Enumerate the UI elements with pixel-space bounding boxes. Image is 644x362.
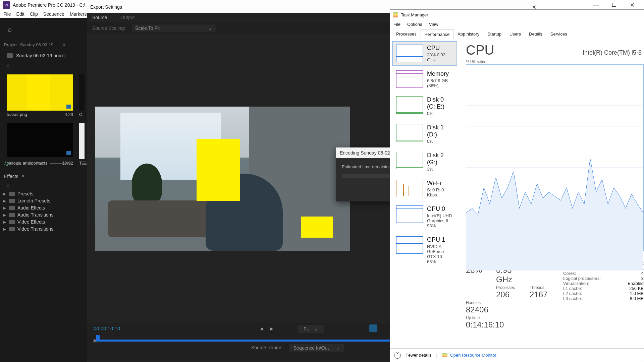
project-panel-label[interactable]: Project: Sunday 06-02-19 bbox=[4, 42, 53, 47]
sparkline-disk1 bbox=[396, 124, 423, 141]
panel-menu-icon[interactable]: ≡ bbox=[63, 42, 65, 47]
sidebar-item-gpu0[interactable]: GPU 0Intel(R) UHD Graphics 6 93% bbox=[392, 202, 457, 232]
tm-footer: ˄ Fewer details | Open Resource Monitor bbox=[390, 348, 644, 362]
home-icon[interactable]: ⌂ bbox=[8, 26, 12, 33]
panel-menu-icon[interactable]: ≡ bbox=[22, 174, 24, 179]
sidebar-item-cpu[interactable]: CPU28% 0.93 GHz bbox=[392, 41, 457, 66]
sidebar-item-disk0[interactable]: Disk 0 (C: E:)0% bbox=[392, 93, 457, 119]
step-back-icon[interactable]: ◀ bbox=[260, 326, 263, 331]
sparkline-disk2 bbox=[396, 152, 423, 169]
freeform-view-icon[interactable] bbox=[39, 162, 42, 165]
project-file-row[interactable]: Sunday 06-02-19.prproj bbox=[7, 53, 65, 58]
tm-menu-options[interactable]: Options bbox=[407, 22, 422, 27]
tab-details[interactable]: Details bbox=[525, 29, 546, 39]
menu-edit[interactable]: Edit bbox=[16, 11, 24, 17]
sparkline-disk0 bbox=[396, 96, 423, 114]
cpu-stats-grid: Utilization28% Speed0.93 GHz Base speed:… bbox=[466, 261, 644, 329]
source-range-dropdown[interactable]: Sequence In/Out⌄ bbox=[289, 344, 344, 352]
perf-title: CPU bbox=[466, 43, 494, 58]
tab-source[interactable]: Source bbox=[92, 15, 107, 20]
sidebar-item-gpu1[interactable]: GPU 1NVIDIA GeForce GTX 10 63% bbox=[392, 233, 457, 267]
close-button[interactable]: ✕ bbox=[629, 2, 636, 9]
menu-markers[interactable]: Markers bbox=[70, 11, 87, 17]
aspect-overlay-button[interactable] bbox=[369, 324, 377, 332]
list-view-icon[interactable] bbox=[16, 162, 21, 165]
menu-sequence[interactable]: Sequence bbox=[43, 11, 64, 17]
premiere-menu-bar: File Edit Clip Sequence Markers bbox=[0, 10, 87, 18]
bin-icon bbox=[7, 53, 13, 58]
still-image-icon bbox=[66, 105, 71, 109]
sidebar-item-wifi[interactable]: Wi-FiS: 0 R: 0 Kbps bbox=[392, 176, 457, 201]
effects-item-lumetri[interactable]: ▶Lumetri Presets bbox=[3, 198, 53, 203]
fewer-details-link[interactable]: Fewer details bbox=[406, 353, 431, 358]
tm-main-panel: CPU Intel(R) Core(TM) i5-8 % Utilization bbox=[459, 39, 644, 348]
tab-startup[interactable]: Startup bbox=[483, 29, 505, 39]
sparkline-wifi bbox=[396, 180, 423, 197]
in-point-handle[interactable] bbox=[94, 339, 96, 343]
thumb-teaser-label: teaser.png bbox=[7, 112, 27, 117]
task-manager-window: Task Manager File Options View Processes… bbox=[390, 9, 644, 362]
cpu-spec-row: Virtualization:Enabled bbox=[563, 281, 644, 286]
zoom-slider[interactable] bbox=[50, 163, 70, 164]
tab-performance[interactable]: Performance bbox=[421, 29, 453, 39]
stat-threads: 2167 bbox=[530, 290, 563, 299]
stat-uptime: 0:14:16:10 bbox=[466, 320, 530, 329]
effects-item-videofx[interactable]: ▶Video Effects bbox=[3, 219, 53, 225]
effects-panel-label[interactable]: Effects ≡ bbox=[4, 174, 24, 179]
tab-processes[interactable]: Processes bbox=[392, 29, 421, 39]
menu-file[interactable]: File bbox=[3, 11, 11, 17]
new-item-icon[interactable] bbox=[4, 161, 9, 166]
thumbnail-truncated-1[interactable] bbox=[79, 74, 85, 111]
cpu-spec-row: L1 cache:256 KB bbox=[563, 286, 644, 291]
menu-clip[interactable]: Clip bbox=[30, 11, 38, 17]
zoom-fit-dropdown[interactable]: Fit⌄ bbox=[298, 325, 324, 333]
tab-users[interactable]: Users bbox=[505, 29, 525, 39]
tab-app-history[interactable]: App history bbox=[453, 29, 483, 39]
effects-search[interactable]: ⌕ bbox=[7, 183, 9, 188]
thumbnail-callouts[interactable] bbox=[7, 123, 73, 157]
thumb-teaser-dur: 4:23 bbox=[65, 112, 73, 117]
tm-title-text: Task Manager bbox=[401, 12, 428, 17]
effects-item-presets[interactable]: ▶Presets bbox=[3, 191, 53, 196]
thumbnail-truncated-2[interactable] bbox=[79, 123, 85, 159]
chevron-down-icon: ⌄ bbox=[336, 345, 340, 351]
project-file-name: Sunday 06-02-19.prproj bbox=[16, 53, 65, 58]
fewer-details-icon[interactable]: ˄ bbox=[394, 352, 401, 359]
thumbnail-teaser[interactable] bbox=[7, 74, 73, 111]
chevron-down-icon: ⌄ bbox=[208, 25, 212, 31]
tm-menu-bar: File Options View bbox=[390, 20, 644, 28]
tm-menu-file[interactable]: File bbox=[393, 22, 400, 27]
yellow-overlay-b bbox=[301, 217, 333, 238]
sidebar-item-memory[interactable]: Memory6.8/7.9 GB (86%) bbox=[392, 67, 457, 92]
minimize-button[interactable]: — bbox=[592, 2, 600, 8]
cpu-spec-row: L2 cache:1.0 MB bbox=[563, 291, 644, 296]
tm-tabs: Processes Performance App history Startu… bbox=[390, 28, 644, 39]
tm-sidebar: CPU28% 0.93 GHz Memory6.8/7.9 GB (86%) D… bbox=[390, 39, 459, 348]
source-scaling-dropdown[interactable]: Scale To Fit⌄ bbox=[132, 24, 216, 32]
stat-handles: 82406 bbox=[466, 305, 496, 314]
open-resource-monitor-link[interactable]: Open Resource Monitor bbox=[442, 353, 496, 358]
effects-item-audiofx[interactable]: ▶Audio Effects bbox=[3, 205, 53, 210]
sort-icon[interactable] bbox=[82, 162, 87, 166]
tab-services[interactable]: Services bbox=[546, 29, 571, 39]
sidebar-item-disk2[interactable]: Disk 2 (G:)3% bbox=[392, 148, 457, 175]
playhead[interactable] bbox=[96, 335, 100, 340]
cpu-spec-row: L3 cache:8.0 MB bbox=[563, 296, 644, 301]
source-scaling-label: Source Scaling: bbox=[92, 25, 125, 31]
effects-item-audiotr[interactable]: ▶Audio Transitions bbox=[3, 212, 53, 218]
premiere-title-text: Adobe Premiere Pro CC 2019 - C:\ bbox=[13, 2, 85, 8]
maximize-button[interactable] bbox=[610, 2, 618, 8]
thumb-trunc1-label: C bbox=[79, 112, 82, 117]
tab-output[interactable]: Output bbox=[120, 15, 135, 20]
tm-menu-view[interactable]: View bbox=[429, 22, 438, 27]
step-forward-icon[interactable]: ▶ bbox=[270, 326, 273, 331]
still-image-icon bbox=[66, 151, 71, 155]
project-search[interactable]: ⌕ bbox=[7, 63, 9, 68]
timecode-in[interactable]: 00;00;10;10 bbox=[94, 325, 120, 331]
cpu-spec-row: Cores:4 bbox=[563, 271, 644, 276]
effects-item-videotr[interactable]: ▶Video Transitions bbox=[3, 226, 53, 232]
sidebar-item-disk1[interactable]: Disk 1 (D:)0% bbox=[392, 121, 457, 147]
cpu-utilization-chart bbox=[466, 64, 644, 251]
icon-view-icon[interactable] bbox=[28, 162, 32, 165]
perf-model: Intel(R) Core(TM) i5-8 bbox=[583, 49, 642, 56]
